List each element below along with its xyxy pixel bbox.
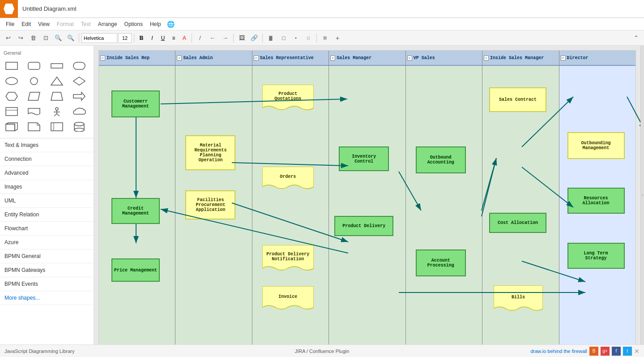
grid-button[interactable]: ⊞	[319, 32, 331, 44]
zoom-out-button[interactable]: 🔍	[65, 32, 77, 44]
shape-cylinder[interactable]	[70, 120, 88, 133]
node-long-term-strategy[interactable]: Long TermStrategy	[567, 243, 625, 269]
toolbar-sep-1	[79, 34, 79, 43]
arrow-forward-button[interactable]: →	[219, 32, 231, 44]
sidebar-item-images[interactable]: Images	[0, 180, 94, 194]
node-inventory-control[interactable]: InventoryControl	[339, 146, 389, 171]
image-button[interactable]: 🖼	[236, 32, 247, 44]
menu-help[interactable]: Help	[146, 19, 165, 29]
shape-page[interactable]	[25, 120, 43, 133]
close-footer-button[interactable]: ✕	[634, 348, 640, 355]
swimlane-collapse-inside-sales-manager[interactable]: −	[484, 56, 489, 60]
swimlane-collapse-vp-sales[interactable]: −	[407, 56, 412, 60]
shadow-button[interactable]: ▪	[290, 32, 302, 44]
right-panel-toggle[interactable]: ›	[640, 46, 644, 344]
node-outbound-accounting[interactable]: OutboundAccounting	[416, 146, 466, 173]
underline-button[interactable]: U	[158, 33, 168, 43]
arrow-back-button[interactable]: ←	[207, 32, 218, 44]
sidebar-item-more-shapes[interactable]: More shapes...	[0, 291, 94, 305]
add-shape-button[interactable]: +	[332, 32, 343, 44]
stroke-color-button[interactable]: ▢	[277, 32, 289, 44]
shape-diamond[interactable]	[70, 74, 88, 88]
swimlane-collapse-sales-admin[interactable]: −	[177, 56, 182, 60]
blogger-social-button[interactable]: B	[589, 347, 598, 356]
node-outbounding-management[interactable]: OutboundingManagement	[567, 132, 625, 159]
node-sales-contract[interactable]: Sales Contract	[489, 87, 546, 112]
shape-person[interactable]	[48, 105, 66, 118]
menu-options[interactable]: Options	[121, 19, 146, 29]
swimlane-collapse-sales-representative[interactable]: −	[254, 56, 259, 60]
menu-edit[interactable]: Edit	[18, 19, 34, 29]
shape-wave[interactable]	[25, 105, 43, 118]
swimlane-collapse-sales-manager[interactable]: −	[330, 56, 335, 60]
node-product-quotations[interactable]: ProductQuotations	[262, 85, 314, 114]
shape-rect-round[interactable]	[25, 59, 43, 73]
shape-parallelogram[interactable]	[25, 90, 43, 103]
italic-button[interactable]: I	[147, 33, 157, 43]
sidebar-item-bpmn-events[interactable]: BPMN Events	[0, 277, 94, 291]
link-button[interactable]: 🔗	[248, 32, 260, 44]
font-size-input[interactable]	[118, 33, 132, 43]
menu-format[interactable]: Format	[53, 19, 77, 29]
delete-button[interactable]: 🗑	[27, 32, 39, 44]
shape-3d-rect[interactable]	[3, 120, 21, 133]
twitter-social-button[interactable]: t	[623, 347, 632, 356]
font-color-button[interactable]: A	[179, 33, 189, 43]
globe-icon[interactable]: 🌐	[167, 21, 175, 28]
sidebar-item-text-images[interactable]: Text & Images	[0, 138, 94, 152]
sidebar-item-uml[interactable]: UML	[0, 194, 94, 208]
sidebar-item-bpmn-gateways[interactable]: BPMN Gateways	[0, 263, 94, 277]
sidebar-item-entity-relation[interactable]: Entity Relation	[0, 208, 94, 222]
shape-rect-round2[interactable]	[70, 59, 88, 73]
menu-arrange[interactable]: Arrange	[94, 19, 121, 29]
menu-text[interactable]: Text	[77, 19, 94, 29]
node-cost-allocation[interactable]: Cost Allocation	[489, 213, 546, 233]
shape-arrow-right[interactable]	[70, 90, 88, 103]
fit-page-button[interactable]: ⊡	[40, 32, 51, 44]
line-style-button[interactable]: /	[194, 32, 206, 44]
shape-rect-flat[interactable]	[48, 59, 66, 73]
node-resources-allocation[interactable]: ResourcesAllocation	[567, 188, 625, 214]
shape-cloud[interactable]	[70, 105, 88, 118]
swimlane-collapse-inside-sales-rep[interactable]: −	[100, 56, 105, 60]
node-facilities-procurement[interactable]: FacilitiesProcurementApplication	[185, 190, 235, 219]
swimlane-collapse-director[interactable]: −	[561, 56, 566, 60]
node-bills[interactable]: Bills	[494, 285, 543, 314]
sidebar-item-flowchart[interactable]: Flowchart	[0, 222, 94, 236]
shape-container[interactable]	[48, 120, 66, 133]
node-invoice[interactable]: Invoice	[262, 286, 314, 313]
node-product-delivery[interactable]: Product Delivery	[334, 216, 393, 236]
bold-button[interactable]: B	[136, 33, 146, 43]
node-product-delivery-notification[interactable]: Product DeliveryNotification	[262, 245, 314, 274]
node-price-management[interactable]: Price Management	[111, 258, 160, 282]
shape-triangle[interactable]	[48, 74, 66, 88]
sidebar-item-connection[interactable]: Connection	[0, 152, 94, 166]
collapse-panel-button[interactable]: ⌃	[630, 32, 642, 44]
sidebar-item-azure[interactable]: Azure	[0, 236, 94, 249]
shape-hexagon[interactable]	[3, 90, 21, 103]
shape-rect-sharp[interactable]	[3, 59, 21, 73]
node-credit-management[interactable]: CreditManagement	[111, 198, 160, 224]
fill-color-button[interactable]: ▓	[265, 32, 277, 44]
shape-circle[interactable]	[25, 74, 43, 88]
font-name-input[interactable]	[81, 33, 117, 43]
shape-trapezoid[interactable]	[48, 90, 66, 103]
gplus-social-button[interactable]: g+	[601, 347, 610, 356]
menu-file[interactable]: File	[2, 19, 18, 29]
align-button[interactable]: ≡	[169, 33, 179, 43]
node-customerr-management[interactable]: CustomerrManagement	[111, 90, 160, 117]
facebook-social-button[interactable]: f	[612, 347, 621, 356]
shape-bracket[interactable]	[3, 105, 21, 118]
shape-ellipse[interactable]	[3, 74, 21, 88]
node-material-requirements[interactable]: MaterialRequirementsPlanningOperation	[185, 135, 235, 170]
sidebar-item-bpmn-general[interactable]: BPMN General	[0, 249, 94, 263]
node-account-processing[interactable]: AccountProcessing	[416, 249, 466, 276]
menu-view[interactable]: View	[34, 19, 53, 29]
zoom-in-button[interactable]: 🔍	[52, 32, 64, 44]
node-orders[interactable]: Orders	[262, 167, 314, 193]
redo-button[interactable]: ↪	[15, 32, 26, 44]
border-button[interactable]: □	[303, 32, 314, 44]
undo-button[interactable]: ↩	[2, 32, 14, 44]
canvas-area[interactable]: − Inside Sales Rep CustomerrManagement C…	[94, 46, 640, 344]
sidebar-item-advanced[interactable]: Advanced	[0, 166, 94, 180]
